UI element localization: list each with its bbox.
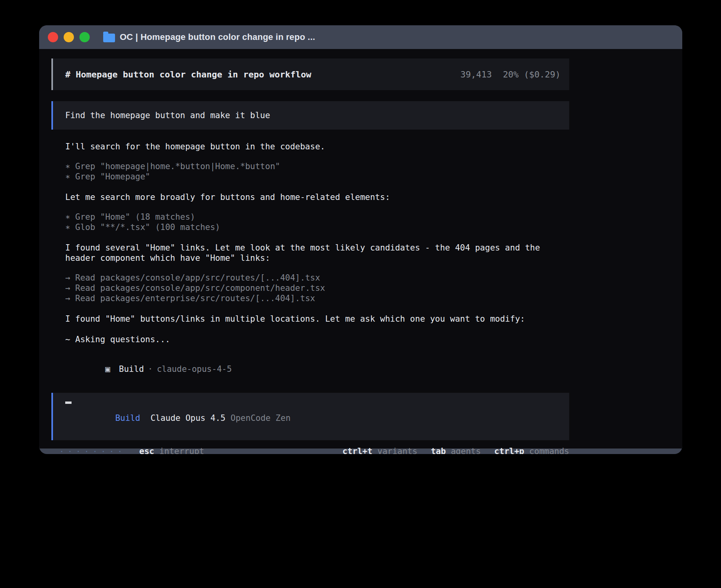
user-message-text: Find the homepage button and make it blu… — [65, 111, 270, 120]
tool-call: ∗ Grep "Homepage" — [65, 172, 569, 182]
tool-call-text: Grep "Home" (18 matches) — [75, 212, 195, 222]
assistant-paragraph-3: I found several "Home" links. Let me loo… — [51, 243, 569, 263]
variants-hint: ctrl+t variants — [342, 447, 417, 454]
tool-call: ∗ Glob "**/*.tsx" (100 matches) — [65, 222, 569, 232]
status-right: ctrl+t variants tab agents ctrl+p comman… — [342, 447, 569, 454]
read-call: → Read packages/console/app/src/componen… — [65, 283, 569, 293]
tool-call-text: Grep "homepage|home.*button|Home.*button… — [75, 162, 280, 171]
read-call-text: Read packages/enterprise/src/routes/[...… — [75, 294, 315, 303]
arrow-right-icon: → — [65, 273, 70, 283]
user-message: Find the homepage button and make it blu… — [51, 101, 569, 130]
folder-icon — [103, 34, 115, 42]
session-title: # Homepage button color change in repo w… — [65, 70, 311, 79]
traffic-lights — [48, 32, 90, 42]
read-call: → Read packages/console/app/src/routes/[… — [65, 273, 569, 283]
title-group: OC | Homepage button color change in rep… — [103, 32, 315, 42]
variants-label: variants — [372, 447, 417, 454]
tool-call-group-2: ∗ Grep "Home" (18 matches) ∗ Glob "**/*.… — [51, 212, 569, 232]
status-left: ········ esc interrupt — [51, 447, 204, 454]
agents-hint: tab agents — [431, 447, 481, 454]
tool-call: ∗ Grep "homepage|home.*button|Home.*butt… — [65, 161, 569, 172]
esc-key: esc — [139, 447, 154, 454]
read-call-group: → Read packages/console/app/src/routes/[… — [51, 273, 569, 303]
commands-hint: ctrl+p commands — [494, 447, 569, 454]
variants-key: ctrl+t — [342, 447, 372, 454]
assistant-paragraph-1: I'll search for the homepage button in t… — [51, 141, 569, 152]
asking-questions-status: ~ Asking questions... — [51, 334, 569, 345]
separator-dot: · — [148, 364, 153, 374]
prompt-input[interactable]: BuildClaude Opus 4.5OpenCode Zen — [51, 393, 569, 440]
model-label: Claude Opus 4.5 — [151, 413, 226, 423]
zoom-button[interactable] — [79, 32, 90, 42]
arrow-right-icon: → — [65, 294, 70, 303]
agent-model: claude-opus-4-5 — [157, 364, 232, 374]
tool-call-text: Glob "**/*.tsx" (100 matches) — [75, 222, 220, 232]
titlebar: OC | Homepage button color change in rep… — [39, 25, 682, 49]
read-call-text: Read packages/console/app/src/routes/[..… — [75, 273, 320, 283]
paragraph-line: header component which have "Home" links… — [65, 253, 569, 263]
assistant-paragraph-2: Let me search more broadly for buttons a… — [51, 192, 569, 202]
status-bar: ········ esc interrupt ctrl+t variants t… — [51, 447, 569, 454]
read-call-text: Read packages/console/app/src/component/… — [75, 283, 325, 293]
spinner-dots: ········ — [59, 447, 126, 454]
terminal-window: OC | Homepage button color change in rep… — [39, 25, 682, 454]
agents-key: tab — [431, 447, 446, 454]
tool-call-group-1: ∗ Grep "homepage|home.*button|Home.*butt… — [51, 161, 569, 182]
window-title: OC | Homepage button color change in rep… — [120, 32, 315, 42]
mode-label: Build — [115, 413, 140, 423]
agent-status-line: ▣Build·claude-opus-4-5 — [51, 355, 569, 383]
context-usage: 20% ($0.29) — [503, 70, 561, 79]
asterisk-icon: ∗ — [65, 212, 70, 222]
provider-label: OpenCode Zen — [230, 413, 291, 423]
minimize-button[interactable] — [64, 32, 74, 42]
assistant-paragraph-4: I found "Home" buttons/links in multiple… — [51, 314, 569, 324]
paragraph-line: I found several "Home" links. Let me loo… — [65, 243, 569, 253]
esc-hint: esc interrupt — [139, 447, 204, 454]
esc-label: interrupt — [154, 447, 204, 454]
tool-call-text: Grep "Homepage" — [75, 172, 150, 181]
asterisk-icon: ∗ — [65, 222, 70, 232]
tool-call: ∗ Grep "Home" (18 matches) — [65, 212, 569, 222]
terminal-body: # Homepage button color change in repo w… — [39, 49, 682, 449]
prompt-meta: BuildClaude Opus 4.5OpenCode Zen — [65, 404, 558, 432]
agent-square-icon: ▣ — [105, 364, 110, 374]
asterisk-icon: ∗ — [65, 162, 70, 171]
session-header: # Homepage button color change in repo w… — [51, 58, 569, 90]
close-button[interactable] — [48, 32, 58, 42]
token-count: 39,413 — [461, 70, 492, 79]
agents-label: agents — [446, 447, 481, 454]
commands-key: ctrl+p — [494, 447, 524, 454]
read-call: → Read packages/enterprise/src/routes/[.… — [65, 293, 569, 303]
arrow-right-icon: → — [65, 283, 70, 293]
agent-name: Build — [119, 364, 144, 374]
asterisk-icon: ∗ — [65, 172, 70, 181]
commands-label: commands — [524, 447, 569, 454]
session-stats: 39,41320% ($0.29) — [461, 70, 561, 79]
